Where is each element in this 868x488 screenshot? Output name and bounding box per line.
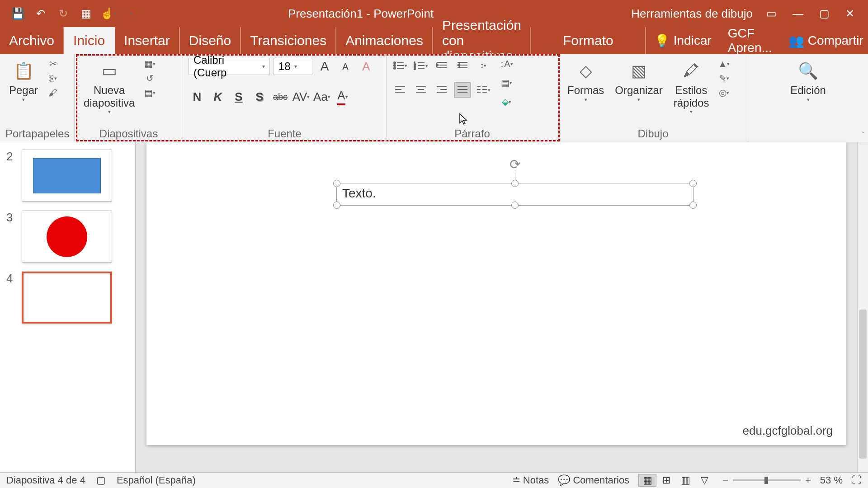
layout-icon[interactable]: ▦▾ <box>142 58 157 70</box>
smartart-icon[interactable]: ⬙▾ <box>499 96 514 108</box>
increase-indent-icon[interactable] <box>454 58 471 73</box>
slide-thumb-3[interactable] <box>22 211 112 263</box>
line-spacing-icon[interactable]: ↕▾ <box>475 58 491 73</box>
gcf-button[interactable]: GCF Apren... <box>720 26 780 55</box>
thumbnail-row[interactable]: 4 <box>0 267 135 328</box>
text-direction-icon[interactable]: ↕A▾ <box>499 58 514 70</box>
grow-font-icon[interactable]: A <box>316 58 333 75</box>
tab-diseno[interactable]: Diseño <box>180 27 241 54</box>
tab-insertar[interactable]: Insertar <box>115 27 180 54</box>
resize-handle[interactable] <box>689 180 697 187</box>
arrange-button[interactable]: ▧ Organizar▾ <box>611 58 666 104</box>
resize-handle[interactable] <box>689 202 697 209</box>
slide-indicator[interactable]: Diapositiva 4 de 4 <box>6 474 85 486</box>
section-icon[interactable]: ▤▾ <box>142 87 157 99</box>
zoom-level[interactable]: 53 % <box>820 474 843 486</box>
cut-icon[interactable]: ✂ <box>45 58 61 70</box>
fit-window-icon[interactable]: ⛶ <box>852 474 862 486</box>
align-right-icon[interactable] <box>434 82 450 98</box>
tab-transiciones[interactable]: Transiciones <box>241 27 336 54</box>
shape-outline-icon[interactable]: ✎▾ <box>716 72 731 84</box>
notes-button[interactable]: ≐ Notas <box>512 474 549 486</box>
touch-mode-icon[interactable]: ☝▾ <box>102 7 115 20</box>
tell-me-button[interactable]: 💡 Indicar <box>646 33 720 48</box>
comments-button[interactable]: 💬 Comentarios <box>558 474 629 486</box>
normal-view-icon[interactable]: ▦ <box>638 474 656 487</box>
resize-handle[interactable] <box>511 202 519 209</box>
char-spacing-button[interactable]: AV▾ <box>292 89 310 105</box>
slide-thumbnails-panel[interactable]: 2 3 4 <box>0 142 136 472</box>
maximize-icon[interactable]: ▢ <box>819 7 830 20</box>
numbering-icon[interactable]: 123▾ <box>413 58 429 73</box>
sorter-view-icon[interactable]: ⊞ <box>657 474 675 487</box>
resize-handle[interactable] <box>511 180 519 187</box>
align-center-icon[interactable] <box>413 82 429 98</box>
thumbnail-row[interactable]: 3 <box>0 206 135 267</box>
collapse-ribbon-icon[interactable]: ˇ <box>862 131 864 139</box>
paste-button[interactable]: 📋 Pegar ▾ <box>5 58 42 104</box>
tab-archivo[interactable]: Archivo <box>0 27 64 54</box>
group-fuente: Calibri (Cuerp▾ 18▾ A A A N K S S abc AV… <box>183 54 387 142</box>
spellcheck-icon[interactable]: ▢ <box>96 474 106 486</box>
slide-canvas[interactable]: ⟳ Texto. edu.gcfglobal.org <box>146 142 846 445</box>
font-size-combo[interactable]: 18▾ <box>274 58 312 75</box>
minimize-icon[interactable]: — <box>793 7 803 20</box>
font-color-button[interactable]: A▾ <box>334 89 351 105</box>
bullets-icon[interactable]: ▾ <box>392 58 408 73</box>
editing-button[interactable]: 🔍 Edición▾ <box>787 58 830 104</box>
clear-formatting-icon[interactable]: A <box>358 58 375 75</box>
reset-icon[interactable]: ↺ <box>142 72 157 84</box>
circle-shape-preview <box>47 216 87 257</box>
undo-icon[interactable]: ↶ <box>34 7 47 20</box>
zoom-in-icon[interactable]: + <box>805 474 811 486</box>
slide-thumb-4[interactable] <box>22 272 112 324</box>
strike-button[interactable]: abc <box>272 89 289 105</box>
quick-styles-button[interactable]: 🖍 Estilos rápidos▾ <box>670 58 713 117</box>
slideshow-start-icon[interactable]: ▦ <box>79 7 93 20</box>
thumbnail-row[interactable]: 2 <box>0 145 135 206</box>
align-left-icon[interactable] <box>392 82 408 98</box>
zoom-track[interactable] <box>733 479 801 481</box>
zoom-thumb[interactable] <box>764 477 768 484</box>
rotate-handle-icon[interactable]: ⟳ <box>506 155 524 173</box>
format-painter-icon[interactable]: 🖌 <box>45 87 61 99</box>
save-icon[interactable]: 💾 <box>11 7 25 20</box>
shadow-button[interactable]: S <box>251 89 268 105</box>
new-slide-button[interactable]: ▭ Nueva diapositiva▾ <box>80 58 138 117</box>
slide-editor[interactable]: ⟳ Texto. edu.gcfglobal.org <box>136 142 857 472</box>
resize-handle[interactable] <box>333 180 340 187</box>
zoom-out-icon[interactable]: − <box>722 474 728 486</box>
reading-view-icon[interactable]: ▥ <box>676 474 694 487</box>
resize-handle[interactable] <box>333 202 340 209</box>
shrink-font-icon[interactable]: A <box>337 58 354 75</box>
tab-formato[interactable]: Formato <box>531 27 646 54</box>
decrease-indent-icon[interactable] <box>434 58 450 73</box>
slide-thumb-2[interactable] <box>22 150 112 202</box>
zoom-slider[interactable]: − + <box>722 474 811 486</box>
underline-button[interactable]: S <box>230 89 247 105</box>
ribbon-display-icon[interactable]: ▭ <box>766 7 777 20</box>
redo-icon[interactable]: ↻ <box>57 7 70 20</box>
align-text-icon[interactable]: ▤▾ <box>499 77 514 89</box>
copy-icon[interactable]: ⎘▾ <box>45 72 61 84</box>
justify-icon[interactable] <box>454 82 471 98</box>
change-case-button[interactable]: Aa▾ <box>313 89 330 105</box>
font-name-combo[interactable]: Calibri (Cuerp▾ <box>189 58 270 75</box>
language-indicator[interactable]: Español (España) <box>117 474 196 486</box>
qat-customize-icon[interactable]: ▾ <box>124 7 138 20</box>
text-box[interactable]: ⟳ Texto. <box>336 183 693 206</box>
tab-presentacion[interactable]: Presentación con diapositivas <box>433 27 531 54</box>
scrollbar-thumb[interactable] <box>859 310 867 459</box>
slideshow-view-icon[interactable]: ▽ <box>695 474 713 487</box>
tab-inicio[interactable]: Inicio <box>64 27 115 54</box>
vertical-scrollbar[interactable] <box>857 142 868 472</box>
bold-button[interactable]: N <box>189 89 206 105</box>
close-icon[interactable]: ✕ <box>845 7 854 20</box>
share-button[interactable]: 👥 Compartir <box>780 33 868 48</box>
shape-effects-icon[interactable]: ◎▾ <box>716 87 731 99</box>
shape-fill-icon[interactable]: ▲▾ <box>716 58 731 70</box>
italic-button[interactable]: K <box>209 89 226 105</box>
tab-animaciones[interactable]: Animaciones <box>336 27 433 54</box>
shapes-button[interactable]: ◇ Formas▾ <box>564 58 608 104</box>
columns-icon[interactable]: ▾ <box>475 82 491 98</box>
